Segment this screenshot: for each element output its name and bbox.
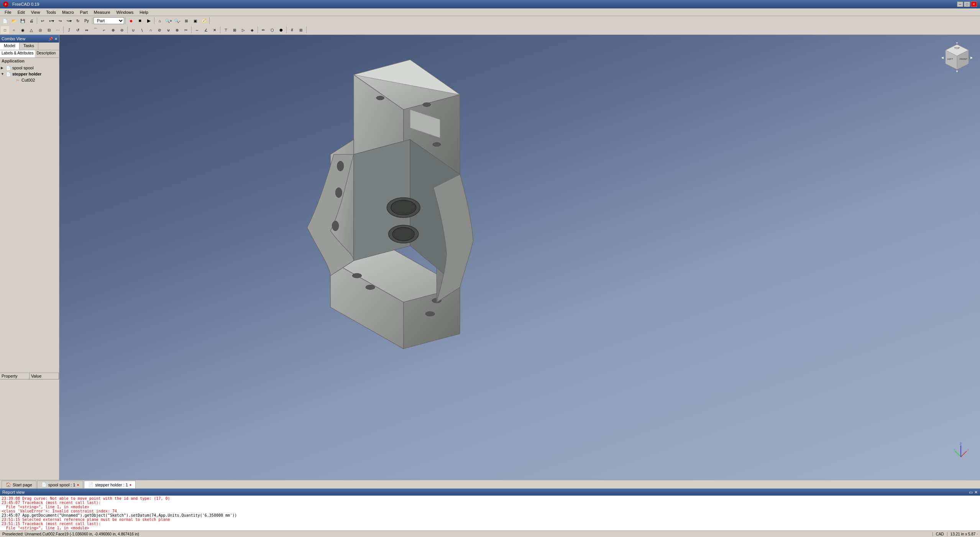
main-layout: Combo View 📌 ✕ Model Tasks Labels & Attr… <box>0 35 980 480</box>
tb-offset[interactable]: ⊕ <box>109 26 117 34</box>
tb-redo[interactable]: ↪ <box>56 17 64 25</box>
tb-extrude[interactable]: ⤴ <box>65 26 73 34</box>
tree-item-cut002[interactable]: ✂ Cut002 <box>1 77 58 83</box>
menu-help[interactable]: Help <box>136 9 151 15</box>
tb-wireframe[interactable]: ⬡ <box>268 26 276 34</box>
tb-open[interactable]: 📂 <box>10 17 18 25</box>
subtab-labels[interactable]: Labels & Attributes <box>0 50 35 57</box>
title-bar: F FreeCAD 0.19 ─ □ ✕ <box>0 0 980 8</box>
tb-view-nav[interactable]: 🧭 <box>200 17 208 25</box>
tb-undo-arrow[interactable]: ↩▾ <box>47 17 56 25</box>
viewport-3d[interactable]: TOP FRONT LEFT ▲ ▼ ◀ ▶ X Y Z <box>59 35 980 480</box>
tb-view-zoom-in[interactable]: 🔍+ <box>164 17 173 25</box>
svg-point-27 <box>366 285 375 289</box>
combo-view-tabs: Model Tasks <box>0 43 59 50</box>
tab-tasks[interactable]: Tasks <box>20 43 38 50</box>
tb-chamfer[interactable]: ⌐ <box>100 26 108 34</box>
combo-view-header: Combo View 📌 ✕ <box>0 35 59 43</box>
tb-bool-join[interactable]: ⊎ <box>164 26 172 34</box>
tb-view-iso[interactable]: ◈ <box>248 26 256 34</box>
tb-thickness[interactable]: ⊖ <box>118 26 126 34</box>
report-close[interactable]: ✕ <box>974 490 978 495</box>
tb-fillet[interactable]: ⌒ <box>91 26 100 34</box>
app-icon: F <box>3 2 8 7</box>
tb-stop-macro[interactable]: ■ <box>136 17 144 25</box>
tb-print[interactable]: 🖨 <box>27 17 36 25</box>
btab-start[interactable]: 🏠 Start page <box>2 481 36 488</box>
tb-grid[interactable]: # <box>288 26 296 34</box>
property-content <box>0 379 59 383</box>
combo-view-pin[interactable]: 📌 <box>48 37 53 41</box>
tb-more-prim[interactable]: ⋯ <box>54 26 62 34</box>
log-line-3: File "<string>", line 1, in <module> <box>2 505 978 509</box>
menu-measure[interactable]: Measure <box>91 9 113 15</box>
tree-arrow-spool: ▶ <box>1 66 5 70</box>
tb-undo[interactable]: ↩ <box>38 17 47 25</box>
tab-model[interactable]: Model <box>0 43 20 50</box>
report-view-title: Report view <box>2 490 25 494</box>
maximize-button[interactable]: □ <box>964 2 970 7</box>
tb-view-right[interactable]: ▷ <box>239 26 248 34</box>
tb-draw-style[interactable]: ✏ <box>259 26 268 34</box>
tb-new[interactable]: 📄 <box>1 17 9 25</box>
tb-bool-intersect[interactable]: ∩ <box>146 26 155 34</box>
tb-bool-connect[interactable]: ⊗ <box>173 26 181 34</box>
sep-7 <box>127 26 128 33</box>
toolbar-row-1: 📄 📂 💾 🖨 ↩ ↩▾ ↪ ↪▾ ↻ Py Part Part Design … <box>0 16 980 25</box>
menu-tools[interactable]: Tools <box>43 9 59 15</box>
sep-4 <box>154 17 154 24</box>
tb-run-macro[interactable]: ▶ <box>144 17 153 25</box>
tree-icon-spool: 📄 <box>5 65 11 71</box>
tb-mirror[interactable]: ⇔ <box>82 26 91 34</box>
close-button[interactable]: ✕ <box>971 2 977 7</box>
combo-view-close[interactable]: ✕ <box>54 37 57 41</box>
subtab-description[interactable]: Description <box>35 50 57 57</box>
tb-tube[interactable]: ⊟ <box>45 26 53 34</box>
tb-bool-sec[interactable]: ⊘ <box>155 26 164 34</box>
tb-view-zoom-out[interactable]: 🔍- <box>173 17 182 25</box>
tb-snap[interactable]: ⊞ <box>297 26 305 34</box>
tb-view-home[interactable]: ⌂ <box>156 17 164 25</box>
tree-item-spool-spool[interactable]: ▶ 📄 spool spool <box>1 65 58 71</box>
tree-item-stepper-holder[interactable]: ▼ 📄 stepper holder <box>1 71 58 77</box>
btab-spool-label: spool spool : 1 <box>48 483 76 487</box>
minimize-button[interactable]: ─ <box>957 2 963 7</box>
tb-view-top[interactable]: ⊤ <box>222 26 230 34</box>
tb-split[interactable]: ✂ <box>182 26 190 34</box>
prop-col-value: Value <box>30 373 59 379</box>
tb-measure-clear[interactable]: ✕ <box>210 26 219 34</box>
svg-point-36 <box>332 221 338 231</box>
btab-spool[interactable]: 📄 spool spool : 1 ● <box>37 481 83 488</box>
menu-edit[interactable]: Edit <box>15 9 28 15</box>
tb-record-macro[interactable]: ● <box>127 17 135 25</box>
report-expand[interactable]: ▭ <box>969 490 973 495</box>
tb-measure-angular[interactable]: ∠ <box>202 26 210 34</box>
tb-save[interactable]: 💾 <box>18 17 27 25</box>
menu-part[interactable]: Part <box>77 9 91 15</box>
workbench-selector[interactable]: Part Part Design Sketcher <box>94 17 124 24</box>
tb-bool-union[interactable]: ∪ <box>129 26 137 34</box>
status-right: CAD 13.21 in x 5.87 · <box>932 532 978 536</box>
tb-cylinder[interactable]: ○ <box>10 26 18 34</box>
tb-view-fit[interactable]: ⊞ <box>182 17 190 25</box>
tb-revolve[interactable]: ↺ <box>74 26 82 34</box>
tb-redo-arrow[interactable]: ↪▾ <box>65 17 73 25</box>
tb-view-std[interactable]: ▣ <box>191 17 199 25</box>
tb-box[interactable]: □ <box>1 26 9 34</box>
tb-bool-cut[interactable]: ∖ <box>138 26 146 34</box>
tb-measure-linear[interactable]: ↔ <box>193 26 201 34</box>
tb-python[interactable]: Py <box>82 17 91 25</box>
tb-cone[interactable]: △ <box>27 26 36 34</box>
menu-file[interactable]: File <box>2 9 15 15</box>
tb-refresh[interactable]: ↻ <box>74 17 82 25</box>
tree-icon-stepper: 📄 <box>5 71 11 77</box>
menu-macro[interactable]: Macro <box>59 9 77 15</box>
tb-sphere[interactable]: ◉ <box>18 26 27 34</box>
btab-stepper[interactable]: 📄 stepper holder : 1 ● <box>84 481 136 488</box>
tb-view-front[interactable]: ⊞ <box>230 26 239 34</box>
tb-torus[interactable]: ◎ <box>36 26 44 34</box>
menu-windows[interactable]: Windows <box>113 9 137 15</box>
tb-flat[interactable]: ⬢ <box>277 26 285 34</box>
menu-view[interactable]: View <box>28 9 43 15</box>
svg-point-20 <box>423 103 431 107</box>
